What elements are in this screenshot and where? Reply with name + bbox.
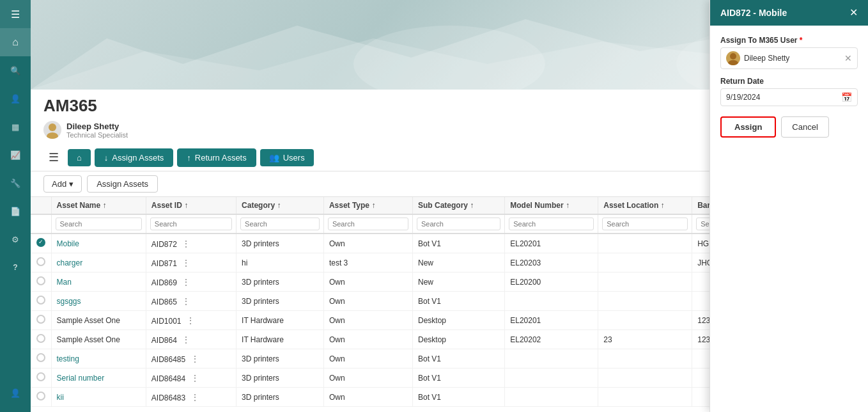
asset-id-cell[interactable]: AID871 ⋮ <box>146 253 236 273</box>
row-menu-button[interactable]: ⋮ <box>183 315 198 326</box>
row-select-cell[interactable] <box>31 234 51 253</box>
asset-name-search[interactable] <box>56 218 142 230</box>
row-select-cell[interactable] <box>31 292 51 311</box>
sub-cat-search[interactable] <box>417 218 500 230</box>
row-select-cell[interactable] <box>31 273 51 292</box>
row-radio[interactable] <box>36 257 45 266</box>
row-radio[interactable] <box>36 392 45 400</box>
location-search[interactable] <box>602 218 688 230</box>
row-radio[interactable] <box>36 353 45 362</box>
sidebar-list[interactable]: ▦ <box>0 113 31 141</box>
sub-category-header[interactable]: Sub Category ↑ <box>413 197 505 214</box>
calendar-icon[interactable]: 📅 <box>841 92 852 102</box>
category-header[interactable]: Category ↑ <box>236 197 324 214</box>
asset-id-header[interactable]: Asset ID ↑ <box>146 197 236 214</box>
row-menu-button[interactable]: ⋮ <box>179 296 193 306</box>
row-select-cell[interactable] <box>31 311 51 330</box>
sidebar-chart[interactable]: 📈 <box>0 141 31 169</box>
row-radio[interactable] <box>36 238 45 247</box>
row-radio[interactable] <box>36 372 45 381</box>
category-search[interactable] <box>240 218 320 230</box>
row-radio[interactable] <box>36 276 45 285</box>
user-tag-remove-button[interactable]: ✕ <box>844 54 852 63</box>
user-tag-name: Dileep Shetty <box>744 54 841 63</box>
row-select-cell[interactable] <box>31 330 51 349</box>
row-radio[interactable] <box>36 315 45 324</box>
modal-panel: AID872 - Mobile ✕ Assign To M365 User * … <box>709 0 868 412</box>
asset-name-cell[interactable]: Man <box>51 273 146 292</box>
assign-button[interactable]: Assign <box>720 116 776 138</box>
row-menu-button[interactable]: ⋮ <box>179 335 193 345</box>
sidebar-search[interactable]: 🔍 <box>0 56 31 84</box>
asset-id-link[interactable]: AID871 <box>151 259 177 268</box>
modal-close-button[interactable]: ✕ <box>849 8 858 18</box>
sidebar-tools[interactable]: 🔧 <box>0 169 31 197</box>
row-radio[interactable] <box>36 296 45 305</box>
asset-id-link[interactable]: AID872 <box>151 240 177 249</box>
sidebar-help[interactable]: ? <box>0 253 31 281</box>
return-assets-nav-button[interactable]: ↑ Return Assets <box>177 148 256 167</box>
asset-name-cell[interactable]: charger <box>51 253 146 273</box>
row-select-cell[interactable] <box>31 368 51 388</box>
asset-id-link[interactable]: AID86485 <box>151 355 185 364</box>
asset-name-header[interactable]: Asset Name ↑ <box>51 197 146 214</box>
asset-id-link[interactable]: AID86484 <box>151 374 185 383</box>
asset-name-cell[interactable]: Mobile <box>51 234 146 253</box>
menu-button[interactable]: ☰ <box>43 148 64 167</box>
assign-to-label: Assign To M365 User * <box>720 36 858 45</box>
asset-id-cell[interactable]: AID869 ⋮ <box>146 273 236 292</box>
sidebar-users[interactable]: 👤 <box>0 84 31 113</box>
add-button[interactable]: Add ▾ <box>43 175 82 193</box>
asset-id-link[interactable]: AID86483 <box>151 393 185 402</box>
row-select-cell[interactable] <box>31 253 51 273</box>
row-menu-button[interactable]: ⋮ <box>188 354 202 364</box>
assign-assets-action-button[interactable]: Assign Assets <box>87 175 158 193</box>
model-search[interactable] <box>509 218 594 230</box>
user-tag: Dileep Shetty ✕ <box>720 47 858 69</box>
category-cell: 3D printers <box>236 368 324 388</box>
category-cell: 3D printers <box>236 273 324 292</box>
asset-id-cell[interactable]: AID872 ⋮ <box>146 234 236 253</box>
row-menu-button[interactable]: ⋮ <box>179 239 193 249</box>
asset-name-cell[interactable]: kii <box>51 388 146 407</box>
asset-name-search-cell <box>51 214 146 234</box>
row-radio[interactable] <box>36 334 45 343</box>
location-cell <box>598 349 692 368</box>
sidebar-settings[interactable]: ⚙ <box>0 225 31 253</box>
model-number-header[interactable]: Model Number ↑ <box>505 197 598 214</box>
users-nav-button[interactable]: 👥 Users <box>260 149 314 166</box>
asset-type-header[interactable]: Asset Type ↑ <box>323 197 412 214</box>
row-select-cell[interactable] <box>31 388 51 407</box>
asset-id-cell[interactable]: AID86483 ⋮ <box>146 388 236 407</box>
row-menu-button[interactable]: ⋮ <box>188 373 202 383</box>
asset-id-cell[interactable]: AID1001 ⋮ <box>146 311 236 330</box>
cancel-button[interactable]: Cancel <box>781 116 828 138</box>
sidebar-document[interactable]: 📄 <box>0 197 31 225</box>
row-menu-button[interactable]: ⋮ <box>179 277 193 287</box>
sidebar-user-circle[interactable]: 👤 <box>0 379 31 407</box>
home-button[interactable]: ⌂ <box>68 149 91 166</box>
asset-name-cell[interactable]: testing <box>51 349 146 368</box>
category-search-cell <box>236 214 324 234</box>
asset-name-cell[interactable]: Serial number <box>51 368 146 388</box>
asset-name-cell[interactable]: sgsggs <box>51 292 146 311</box>
asset-id-link[interactable]: AID1001 <box>151 317 182 326</box>
row-menu-button[interactable]: ⋮ <box>179 258 193 268</box>
asset-type-search[interactable] <box>328 218 408 230</box>
location-cell <box>598 292 692 311</box>
row-select-cell[interactable] <box>31 349 51 368</box>
asset-id-cell[interactable]: AID86485 ⋮ <box>146 349 236 368</box>
asset-id-cell[interactable]: AID86484 ⋮ <box>146 368 236 388</box>
asset-id-cell[interactable]: AID864 ⋮ <box>146 330 236 349</box>
sidebar-home[interactable]: ⌂ <box>0 28 31 56</box>
asset-id-cell[interactable]: AID865 ⋮ <box>146 292 236 311</box>
asset-location-header[interactable]: Asset Location ↑ <box>598 197 692 214</box>
asset-id-search[interactable] <box>150 218 232 230</box>
asset-id-link[interactable]: AID865 <box>151 297 177 306</box>
sidebar-hamburger[interactable]: ☰ <box>0 0 31 28</box>
asset-id-link[interactable]: AID869 <box>151 278 177 287</box>
asset-id-link[interactable]: AID864 <box>151 336 177 345</box>
return-date-input[interactable] <box>726 93 841 102</box>
assign-assets-nav-button[interactable]: ↓ Assign Assets <box>95 148 173 167</box>
row-menu-button[interactable]: ⋮ <box>188 392 202 402</box>
